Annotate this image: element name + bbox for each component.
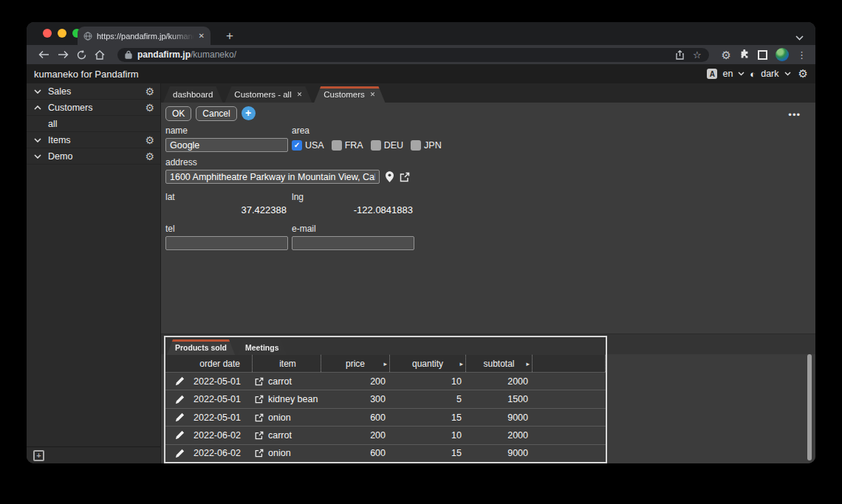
content-area: dashboard Customers - all ✕ Customers ✕ … bbox=[161, 83, 815, 463]
home-button[interactable] bbox=[95, 50, 105, 60]
address-input[interactable] bbox=[165, 170, 380, 184]
app-settings-gear-icon[interactable]: ⚙ bbox=[798, 67, 808, 80]
column-menu-icon[interactable]: ▸ bbox=[383, 360, 387, 367]
open-item-icon[interactable] bbox=[255, 395, 264, 404]
open-item-icon[interactable] bbox=[255, 413, 264, 422]
tel-input[interactable] bbox=[165, 236, 288, 250]
browser-tab[interactable]: https://pandafirm.jp/kumaneko ✕ bbox=[78, 27, 210, 45]
content-tab-dashboard[interactable]: dashboard bbox=[163, 86, 222, 103]
table-row[interactable]: 2022-05-01 carrot 200 10 2000 bbox=[165, 372, 606, 390]
language-select[interactable]: en bbox=[722, 69, 733, 79]
add-record-button[interactable]: + bbox=[242, 106, 256, 120]
new-tab-button[interactable]: + bbox=[220, 27, 239, 45]
chevron-icon[interactable] bbox=[34, 106, 42, 110]
area-checkbox-fra[interactable]: ✓ FRA bbox=[332, 140, 363, 151]
forward-button[interactable] bbox=[58, 50, 69, 59]
column-menu-icon[interactable]: ▸ bbox=[459, 360, 463, 367]
window-controls bbox=[43, 29, 81, 38]
reload-button[interactable] bbox=[77, 50, 86, 60]
gear-icon[interactable]: ⚙ bbox=[145, 151, 154, 162]
gear-icon[interactable]: ⚙ bbox=[145, 103, 154, 113]
edit-pencil-icon[interactable] bbox=[175, 449, 185, 458]
edit-pencil-icon[interactable] bbox=[175, 412, 185, 422]
name-input[interactable] bbox=[165, 138, 288, 152]
edit-pencil-icon[interactable] bbox=[175, 376, 185, 386]
subpanel-tab-meetings[interactable]: Meetings bbox=[237, 339, 287, 355]
sidebar-item-customers[interactable]: Customers ⚙ bbox=[27, 100, 160, 116]
sidebar-item-items[interactable]: Items ⚙ bbox=[27, 132, 160, 148]
table-row[interactable]: 2022-06-02 onion 600 15 9000 bbox=[165, 444, 606, 462]
edit-pencil-icon[interactable] bbox=[175, 430, 185, 440]
close-window-button[interactable] bbox=[43, 29, 52, 38]
more-options-icon[interactable]: ••• bbox=[788, 109, 801, 120]
column-header-item[interactable]: item bbox=[253, 355, 321, 372]
price-cell: 300 bbox=[321, 394, 390, 404]
theme-select[interactable]: dark bbox=[761, 69, 778, 79]
checkbox-box[interactable]: ✓ bbox=[332, 140, 342, 151]
column-header-subtotal[interactable]: subtotal▸ bbox=[466, 355, 533, 372]
area-checkbox-jpn[interactable]: ✓ JPN bbox=[411, 140, 442, 151]
close-tab-icon[interactable]: ✕ bbox=[297, 91, 303, 98]
browser-menu-icon[interactable]: ⋮ bbox=[797, 49, 807, 61]
checkbox-label: JPN bbox=[424, 140, 442, 151]
table-row[interactable]: 2022-06-02 carrot 200 10 2000 bbox=[165, 426, 606, 443]
sidebar-item-label: all bbox=[48, 119, 58, 129]
gear-icon[interactable]: ⚙ bbox=[145, 86, 154, 97]
minimize-window-button[interactable] bbox=[58, 29, 66, 38]
back-button[interactable] bbox=[38, 50, 49, 59]
language-chevron-icon[interactable] bbox=[738, 72, 745, 76]
chevron-icon[interactable] bbox=[34, 154, 42, 159]
column-menu-icon[interactable]: ▸ bbox=[526, 360, 530, 367]
checkbox-box[interactable]: ✓ bbox=[292, 140, 302, 151]
tab-search-chevron-icon[interactable] bbox=[795, 30, 804, 44]
bookmark-star-icon[interactable]: ☆ bbox=[693, 49, 702, 61]
content-tab-label: Customers - all bbox=[234, 90, 291, 99]
settings-gear-icon[interactable]: ⚙ bbox=[722, 49, 731, 61]
area-checkbox-deu[interactable]: ✓ DEU bbox=[371, 140, 403, 151]
table-row[interactable]: 2022-05-01 onion 600 15 9000 bbox=[165, 408, 606, 426]
area-checkbox-usa[interactable]: ✓ USA bbox=[292, 140, 324, 151]
close-browser-tab-icon[interactable]: ✕ bbox=[199, 32, 205, 40]
lock-icon bbox=[125, 50, 132, 59]
sidebar-item-label: Sales bbox=[48, 86, 71, 97]
avatar[interactable] bbox=[776, 48, 789, 61]
content-tab-customers[interactable]: Customers ✕ bbox=[314, 86, 385, 103]
sidebar-item-demo[interactable]: Demo ⚙ bbox=[27, 148, 160, 165]
order-date-cell: 2022-05-01 bbox=[194, 394, 253, 404]
cancel-button[interactable]: Cancel bbox=[196, 106, 236, 121]
share-icon[interactable] bbox=[676, 50, 684, 60]
order-date-cell: 2022-06-02 bbox=[194, 430, 253, 441]
chevron-icon[interactable] bbox=[34, 138, 42, 142]
column-header-price[interactable]: price▸ bbox=[321, 355, 390, 372]
extensions-puzzle-icon[interactable] bbox=[739, 49, 750, 60]
checkbox-box[interactable]: ✓ bbox=[371, 140, 381, 151]
open-item-icon[interactable] bbox=[255, 449, 264, 458]
url-domain: pandafirm.jp bbox=[137, 49, 191, 60]
open-item-icon[interactable] bbox=[255, 431, 264, 440]
customer-form: OK Cancel + ••• name area ✓ USA bbox=[161, 103, 815, 334]
checkbox-box[interactable]: ✓ bbox=[411, 140, 421, 151]
scrollbar-thumb[interactable] bbox=[807, 354, 812, 460]
sidebar-item-sales[interactable]: Sales ⚙ bbox=[27, 83, 160, 100]
subpanel-tab-label: Products sold bbox=[175, 343, 227, 352]
content-tab-customers-all[interactable]: Customers - all ✕ bbox=[225, 86, 312, 103]
table-row[interactable]: 2022-05-01 kidney bean 300 5 1500 bbox=[165, 390, 606, 407]
open-item-icon[interactable] bbox=[255, 377, 264, 386]
column-header-order-date[interactable]: order date bbox=[194, 355, 253, 372]
email-input[interactable] bbox=[292, 236, 414, 250]
close-tab-icon[interactable]: ✕ bbox=[370, 91, 376, 98]
sidebar-item-all[interactable]: all bbox=[27, 116, 160, 132]
ok-button[interactable]: OK bbox=[165, 106, 191, 121]
address-bar[interactable]: pandafirm.jp/kumaneko/ ☆ bbox=[117, 48, 709, 62]
price-cell: 200 bbox=[321, 430, 390, 441]
edit-pencil-icon[interactable] bbox=[175, 395, 185, 404]
theme-chevron-icon[interactable] bbox=[784, 72, 791, 76]
open-map-icon[interactable] bbox=[400, 172, 410, 182]
gear-icon[interactable]: ⚙ bbox=[145, 135, 154, 145]
add-panel-icon[interactable]: + bbox=[33, 450, 44, 461]
subpanel-tab-products-sold[interactable]: Products sold bbox=[167, 339, 235, 355]
profile-icon[interactable] bbox=[758, 50, 767, 60]
map-pin-icon[interactable] bbox=[386, 171, 394, 182]
column-header-quantity[interactable]: quantity▸ bbox=[390, 355, 466, 372]
chevron-icon[interactable] bbox=[34, 89, 42, 94]
